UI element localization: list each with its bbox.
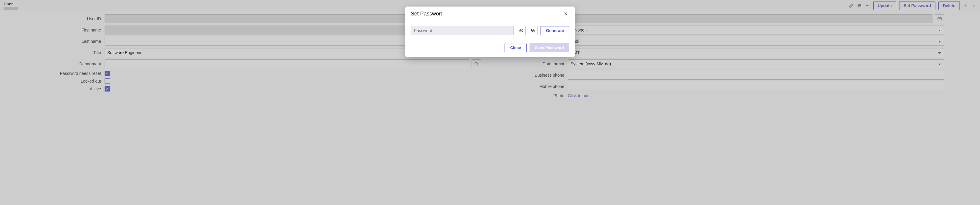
eye-icon[interactable] [517,26,526,35]
svg-point-9 [520,30,522,31]
generate-button[interactable]: Generate [541,26,570,35]
copy-icon[interactable] [529,26,538,35]
close-button[interactable]: Close [504,43,527,52]
password-input[interactable] [410,26,514,35]
close-icon[interactable] [562,10,570,17]
set-password-modal: Set Password Generate Close Save Passwor… [405,6,575,57]
modal-title: Set Password [410,11,444,17]
save-password-button[interactable]: Save Password [530,43,570,52]
